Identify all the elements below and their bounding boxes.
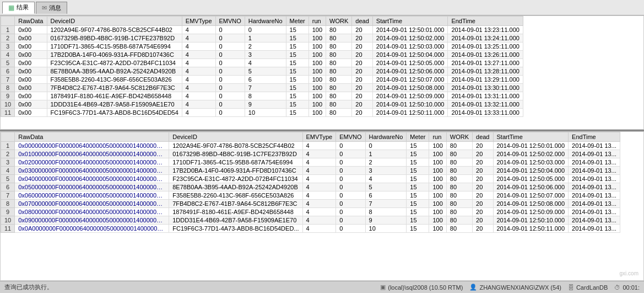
cell-value: 0 bbox=[215, 59, 245, 67]
cell-value: 2014-09-01 13... bbox=[569, 150, 620, 158]
cell-value: 7 bbox=[245, 84, 286, 92]
cell-value: 0 bbox=[336, 158, 365, 167]
cell-value: 4 bbox=[182, 100, 215, 109]
cell-value: 8 bbox=[365, 208, 407, 216]
cell-value: 4 bbox=[245, 59, 286, 67]
cell-value: 4 bbox=[182, 92, 215, 100]
cell-value: 4 bbox=[302, 216, 336, 225]
row-number: 8 bbox=[1, 200, 15, 208]
cell-value: 4 bbox=[182, 34, 215, 42]
top-grid-container[interactable]: RawData DeviceID EMVType EMVNO HardwareN… bbox=[0, 15, 644, 130]
col-run: run bbox=[309, 17, 326, 26]
row-number: 6 bbox=[1, 183, 15, 191]
cell-value: 4 bbox=[302, 142, 336, 150]
cell-value: 8E78B0AA-3B95-4AAD-B92A-25242AD4920B bbox=[47, 67, 182, 76]
cell-value: 15 bbox=[407, 158, 429, 167]
cell-value: 15 bbox=[286, 59, 309, 67]
cell-value: 2014-09-01 12:50:04.000 bbox=[372, 51, 448, 59]
table-row: 30x001710DF71-3865-4C15-95B8-687A754E699… bbox=[1, 42, 523, 51]
top-table: RawData DeviceID EMVType EMVNO HardwareN… bbox=[1, 16, 523, 117]
cell-value: 2 bbox=[365, 158, 407, 167]
cell-value: F358E5B8-2260-413C-968F-656CE503A826 bbox=[47, 76, 182, 84]
cell-rawdata: 0x080000000F0000006400000050000000140000… bbox=[15, 208, 169, 216]
cell-value: 80 bbox=[326, 76, 352, 84]
cell-value: 3 bbox=[245, 51, 286, 59]
col-meter: Meter bbox=[286, 17, 309, 26]
cell-value: 0 bbox=[215, 109, 245, 117]
cell-value: 2014-09-01 13... bbox=[569, 158, 620, 167]
cell-value: F358E5B8-2260-413C-968F-656CE503A826 bbox=[169, 191, 302, 200]
table-row: 10x001202A94E-9F07-4786-B078-5CB25CF44B0… bbox=[1, 26, 523, 34]
bottom-table-header: RawData DeviceID EMVType EMVNO HardwareN… bbox=[1, 132, 620, 142]
bottom-grid-container[interactable]: RawData DeviceID EMVType EMVNO HardwareN… bbox=[0, 131, 644, 281]
tab-results[interactable]: ▦ 结果 bbox=[2, 2, 35, 14]
cell-value: 100 bbox=[309, 34, 326, 42]
col-endtime: EndTime bbox=[448, 17, 523, 26]
table-row: 30x020000000F000000640000005000000014000… bbox=[1, 158, 620, 167]
cell-value: F23C95CA-E31C-4872-A2DD-072B4FC11034 bbox=[47, 59, 182, 67]
cell-value: 0 bbox=[215, 76, 245, 84]
message-icon: ✉ bbox=[42, 4, 47, 12]
cell-value: 0 bbox=[336, 208, 365, 216]
table-row: 100x001DDD31E4-4B69-42B7-9A58-F15909AE1E… bbox=[1, 100, 523, 109]
cell-value: 80 bbox=[326, 109, 352, 117]
cell-value: 20 bbox=[352, 26, 372, 34]
cell-value: 100 bbox=[309, 26, 326, 34]
cell-value: 10 bbox=[245, 109, 286, 117]
cell-value: 100 bbox=[309, 76, 326, 84]
cell-value: 4 bbox=[302, 175, 336, 183]
cell-value: 17B2D0BA-14F0-4069-931A-FFD8D107436C bbox=[169, 167, 302, 175]
cell-value: 100 bbox=[309, 42, 326, 51]
tab-messages[interactable]: ✉ 消息 bbox=[36, 2, 67, 14]
cell-rawdata: 0x060000000F0000006400000050000000140000… bbox=[15, 191, 169, 200]
cell-value: 0x00 bbox=[15, 42, 47, 51]
cell-value: 100 bbox=[429, 150, 446, 158]
cell-value: 0x00 bbox=[15, 109, 47, 117]
cell-value: 100 bbox=[309, 109, 326, 117]
status-server-label: (local)\sql2008 (10.50 RTM) bbox=[388, 284, 463, 291]
cell-value: 20 bbox=[352, 42, 372, 51]
status-db-label: CardLanDB bbox=[576, 284, 608, 291]
cell-value: 2014-09-01 12:50:03.000 bbox=[493, 158, 569, 167]
cell-value: 0x00 bbox=[15, 26, 47, 34]
cell-value: 0x00 bbox=[15, 67, 47, 76]
cell-value: FC19F6C3-77D1-4A73-ABD8-BC16D54DED... bbox=[169, 225, 302, 233]
cell-value: 4 bbox=[182, 59, 215, 67]
cell-rawdata: 0x010000000F0000006400000050000000140000… bbox=[15, 150, 169, 158]
col-b-endtime: EndTime bbox=[569, 132, 620, 142]
row-number: 4 bbox=[1, 167, 15, 175]
main-content: RawData DeviceID EMVType EMVNO HardwareN… bbox=[0, 15, 644, 281]
cell-value: 20 bbox=[473, 216, 493, 225]
col-b-meter: Meter bbox=[407, 132, 429, 142]
row-number: 3 bbox=[1, 42, 15, 51]
cell-value: 80 bbox=[446, 175, 472, 183]
cell-value: 4 bbox=[302, 150, 336, 158]
col-b-starttime: StartTime bbox=[493, 132, 569, 142]
cell-value: 80 bbox=[446, 150, 472, 158]
cell-value: 6 bbox=[365, 191, 407, 200]
status-time-label: 00:01: bbox=[623, 284, 640, 291]
cell-value: 0x00 bbox=[15, 51, 47, 59]
cell-value: 2014-09-01 13:29:11.000 bbox=[448, 76, 523, 84]
cell-value: 15 bbox=[286, 51, 309, 59]
cell-value: 2014-09-01 12:50:06.000 bbox=[493, 183, 569, 191]
cell-value: 10 bbox=[365, 225, 407, 233]
cell-value: 0167329B-89BD-4B8C-919B-1C7FE237B92D bbox=[47, 34, 182, 42]
cell-value: 0x00 bbox=[15, 92, 47, 100]
cell-value: 0 bbox=[336, 183, 365, 191]
cell-value: 0 bbox=[215, 51, 245, 59]
cell-value: 15 bbox=[286, 100, 309, 109]
table-row: 110x0A0000000F00000064000000500000001400… bbox=[1, 225, 620, 233]
row-number: 10 bbox=[1, 100, 15, 109]
cell-value: 2014-09-01 12:50:07.000 bbox=[372, 76, 448, 84]
cell-value: 1878491F-8180-461E-A9EF-BD424B658448 bbox=[47, 92, 182, 100]
row-number: 3 bbox=[1, 158, 15, 167]
cell-value: 0 bbox=[336, 150, 365, 158]
table-row: 40x0017B2D0BA-14F0-4069-931A-FFD8D107436… bbox=[1, 51, 523, 59]
row-number: 9 bbox=[1, 92, 15, 100]
cell-value: 9 bbox=[245, 100, 286, 109]
col-rawdata: RawData bbox=[15, 17, 47, 26]
cell-value: 0 bbox=[215, 42, 245, 51]
col-b-run: run bbox=[429, 132, 446, 142]
cell-value: 9 bbox=[365, 216, 407, 225]
